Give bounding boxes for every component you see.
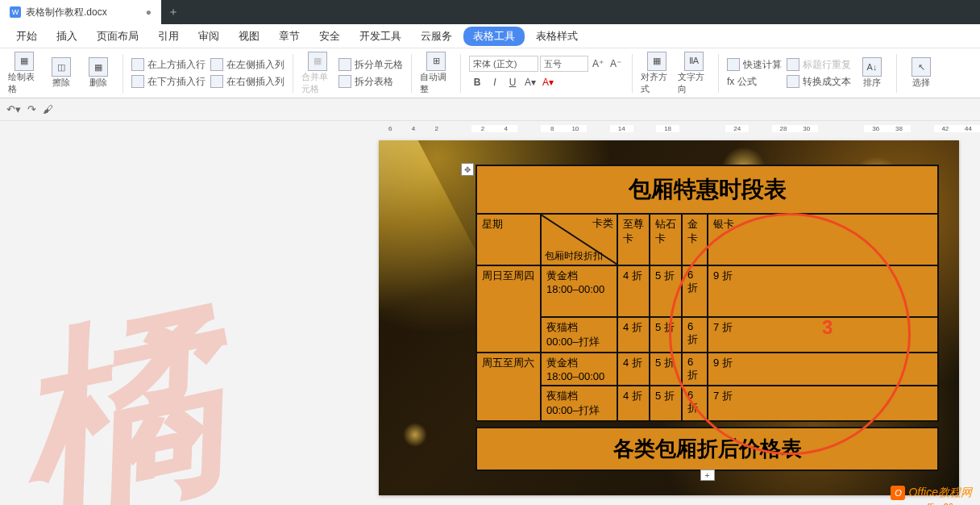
table-row[interactable]: 周日至周四黄金档 18:00–00:004 折5 折6 折9 折 (476, 265, 938, 317)
highlight-button[interactable]: A▾ (522, 74, 538, 90)
cell-silver[interactable]: 9 折 (708, 265, 938, 317)
delete-button[interactable]: ▦ 删除 (82, 57, 114, 89)
format-painter-button[interactable]: 🖌 (43, 103, 53, 115)
new-tab-button[interactable]: ＋ (161, 0, 185, 24)
cell-gold[interactable]: 6 折 (682, 265, 708, 317)
cell-diamond[interactable]: 5 折 (650, 386, 682, 421)
header-sub-label: 包厢时段折扣 (545, 249, 603, 263)
menu-layout[interactable]: 页面布局 (89, 26, 147, 47)
menu-start[interactable]: 开始 (8, 26, 45, 47)
text-direction-button[interactable]: ⅡA 文字方向 (678, 52, 710, 95)
cell-diamond[interactable]: 5 折 (650, 317, 682, 353)
cell-gold[interactable]: 6 折 (682, 317, 708, 353)
document-canvas[interactable]: 橘 64224810141824283036384244 ✥ 包厢特惠时段表 星… (0, 121, 980, 505)
font-name-select[interactable]: 宋体 (正文) (469, 56, 538, 72)
auto-fit-button[interactable]: ⊞ 自动调整 (420, 52, 452, 95)
calculator-icon (727, 58, 740, 71)
erase-button[interactable]: ◫ 擦除 (45, 57, 77, 89)
cell-silver[interactable]: 9 折 (708, 353, 938, 386)
split-table-button[interactable]: 拆分表格 (338, 75, 403, 89)
header-silver[interactable]: 银卡 (708, 214, 938, 265)
font-grow-button[interactable]: A⁺ (590, 56, 606, 72)
font-shrink-button[interactable]: A⁻ (608, 56, 624, 72)
merge-cells-label: 合并单元格 (301, 71, 334, 95)
merge-cells-icon: ▦ (308, 52, 327, 71)
credit-icon: O (891, 486, 905, 500)
align-label: 对齐方式 (641, 71, 673, 95)
menu-review[interactable]: 审阅 (190, 26, 227, 47)
menu-cloud[interactable]: 云服务 (413, 26, 460, 47)
undo-button[interactable]: ↶▾ (6, 103, 21, 115)
convert-text-button[interactable]: 转换成文本 (787, 75, 851, 89)
insert-below-button[interactable]: 在下方插入行 (131, 75, 206, 89)
cell-week[interactable]: 周日至周四 (476, 265, 541, 353)
cell-slot[interactable]: 黄金档 18:00–00:00 (541, 265, 617, 317)
redo-button[interactable]: ↷ (27, 103, 36, 115)
sort-button[interactable]: A↓ 排序 (856, 57, 888, 89)
merge-cells-button[interactable]: ▦ 合并单元格 (301, 52, 334, 95)
font-size-select[interactable]: 五号 (540, 56, 588, 72)
insert-row-handle[interactable]: + (700, 470, 715, 481)
menu-table-tools[interactable]: 表格工具 (463, 27, 525, 46)
menu-view[interactable]: 视图 (230, 26, 268, 47)
menu-bar: 开始 插入 页面布局 引用 审阅 视图 章节 安全 开发工具 云服务 表格工具 … (0, 24, 980, 48)
auto-fit-label: 自动调整 (420, 71, 452, 95)
table-move-handle[interactable]: ✥ (461, 163, 474, 176)
align-button[interactable]: ▦ 对齐方式 (641, 52, 673, 95)
discount-table[interactable]: 星期 卡类 包厢时段折扣 至尊卡 钻石卡 金卡 银卡 周日至周四黄金档 18:0… (475, 213, 939, 422)
cell-vip[interactable]: 4 折 (617, 386, 650, 421)
table2-title: 各类包厢折后价格表 (475, 427, 939, 471)
menu-safety[interactable]: 安全 (311, 26, 348, 47)
document-tab[interactable]: W 表格制作教程.docx ● (0, 0, 161, 24)
draw-table-button[interactable]: ▦ 绘制表格 (8, 52, 40, 95)
header-category[interactable]: 卡类 包厢时段折扣 (541, 214, 617, 265)
cell-gold[interactable]: 6 折 (682, 386, 708, 421)
cell-week[interactable]: 周五至周六 (476, 353, 541, 421)
insert-left-button[interactable]: 在左侧插入列 (210, 58, 284, 72)
close-icon[interactable]: ● (146, 6, 152, 18)
table-row[interactable]: 夜猫档 00:00–打烊4 折5 折6 折7 折 (476, 386, 938, 421)
split-table-label: 拆分表格 (355, 75, 393, 89)
header-vip[interactable]: 至尊卡 (617, 214, 650, 265)
cell-slot[interactable]: 夜猫档 00:00–打烊 (541, 317, 617, 353)
underline-button[interactable]: U (505, 74, 521, 90)
quick-calc-button[interactable]: 快速计算 (727, 58, 782, 72)
cell-slot[interactable]: 黄金档 18:00–00:00 (541, 353, 617, 386)
font-color-button[interactable]: A▾ (540, 74, 556, 90)
cell-vip[interactable]: 4 折 (617, 317, 650, 353)
table-row[interactable]: 周五至周六黄金档 18:00–00:004 折5 折6 折9 折 (476, 353, 938, 386)
insert-right-icon (210, 75, 223, 88)
insert-below-icon (131, 75, 144, 88)
cell-diamond[interactable]: 5 折 (650, 265, 682, 317)
cell-diamond[interactable]: 5 折 (650, 353, 682, 386)
header-repeat-button[interactable]: 标题行重复 (787, 58, 851, 72)
menu-table-style[interactable]: 表格样式 (528, 26, 586, 47)
menu-devtools[interactable]: 开发工具 (351, 26, 409, 47)
document-page[interactable]: ✥ 包厢特惠时段表 星期 卡类 包厢时段折扣 至尊卡 钻石卡 金卡 银卡 周日至… (379, 140, 959, 495)
horizontal-ruler[interactable]: 64224810141824283036384244 (379, 121, 980, 136)
insert-right-button[interactable]: 在右侧插入列 (210, 75, 284, 89)
table-wrapper: ✥ 包厢特惠时段表 星期 卡类 包厢时段折扣 至尊卡 钻石卡 金卡 银卡 周日至… (475, 165, 939, 471)
cell-slot[interactable]: 夜猫档 00:00–打烊 (541, 386, 617, 421)
convert-text-label: 转换成文本 (803, 75, 851, 89)
cell-gold[interactable]: 6 折 (682, 353, 708, 386)
select-button[interactable]: ↖ 选择 (905, 57, 937, 89)
split-cells-button[interactable]: 拆分单元格 (338, 58, 403, 72)
formula-label: fx 公式 (727, 75, 757, 89)
header-diamond[interactable]: 钻石卡 (650, 214, 682, 265)
table-row[interactable]: 夜猫档 00:00–打烊4 折5 折6 折7 折 (476, 317, 938, 353)
bold-button[interactable]: B (469, 74, 485, 90)
cell-vip[interactable]: 4 折 (617, 353, 650, 386)
formula-button[interactable]: fx 公式 (727, 75, 782, 89)
cell-silver[interactable]: 7 折 (708, 386, 938, 421)
header-week[interactable]: 星期 (476, 214, 541, 265)
cell-vip[interactable]: 4 折 (617, 265, 650, 317)
header-gold[interactable]: 金卡 (682, 214, 708, 265)
menu-insert[interactable]: 插入 (48, 26, 85, 47)
italic-button[interactable]: I (487, 74, 503, 90)
insert-above-button[interactable]: 在上方插入行 (131, 58, 206, 72)
menu-ref[interactable]: 引用 (150, 26, 187, 47)
menu-chapter[interactable]: 章节 (271, 26, 308, 47)
sort-icon: A↓ (862, 57, 882, 77)
erase-label: 擦除 (52, 77, 70, 89)
